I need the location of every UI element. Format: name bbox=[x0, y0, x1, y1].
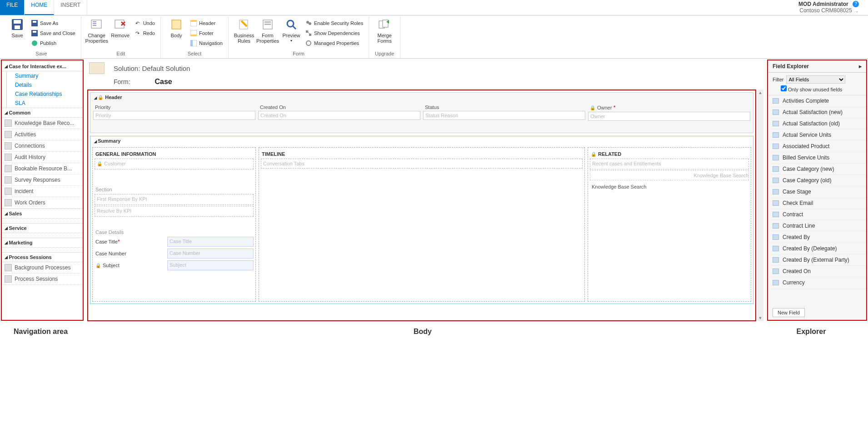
field-item[interactable]: Actual Satisfaction (new) bbox=[768, 107, 866, 118]
nav-item[interactable]: Knowledge Base Reco... bbox=[2, 118, 83, 129]
kpi1-field[interactable]: First Response By KPI bbox=[95, 194, 254, 205]
header-field-input[interactable]: Owner bbox=[588, 112, 750, 121]
svg-point-26 bbox=[306, 21, 309, 24]
field-item[interactable]: Activities Complete bbox=[768, 95, 866, 107]
change-properties-button[interactable]: Change Properties bbox=[85, 16, 109, 45]
nav-item[interactable]: Connections bbox=[2, 140, 83, 152]
nav-item-icon bbox=[5, 188, 12, 195]
summary-section-title[interactable]: Summary bbox=[90, 136, 753, 145]
field-item[interactable]: Actual Satisfaction (old) bbox=[768, 118, 866, 129]
header-field-input[interactable]: Priority bbox=[93, 111, 255, 120]
related-placeholder[interactable]: Recent cases and Entitlements bbox=[590, 159, 749, 169]
form-properties-button[interactable]: Form Properties bbox=[256, 16, 279, 45]
timeline-placeholder[interactable]: Conversation Tabs bbox=[261, 159, 583, 169]
field-item[interactable]: Created On bbox=[768, 266, 866, 277]
customer-field[interactable]: 🔒Customer bbox=[95, 159, 254, 169]
header-field-input[interactable]: Created On bbox=[258, 111, 420, 120]
enable-security-button[interactable]: Enable Security Roles bbox=[303, 18, 365, 28]
only-unused-checkbox[interactable] bbox=[781, 85, 787, 91]
nav-sales[interactable]: Sales bbox=[2, 209, 83, 219]
managed-properties-button[interactable]: Managed Properties bbox=[303, 38, 365, 48]
save-button[interactable]: Save bbox=[5, 16, 29, 40]
field-item[interactable]: Created By (Delegate) bbox=[768, 243, 866, 254]
merge-forms-button[interactable]: Merge Forms bbox=[373, 16, 396, 45]
field-item[interactable]: Associated Product bbox=[768, 141, 866, 152]
nav-item[interactable]: Activities bbox=[2, 129, 83, 140]
navigation-button[interactable]: Navigation bbox=[188, 38, 224, 48]
case-number-row[interactable]: Case Number Case Number bbox=[95, 249, 254, 259]
nav-item-icon bbox=[5, 154, 12, 161]
nav-service[interactable]: Service bbox=[2, 223, 83, 233]
lock-icon: 🔒 bbox=[590, 105, 595, 110]
field-item[interactable]: Case Category (new) bbox=[768, 164, 866, 175]
header-field-input[interactable]: Status Reason bbox=[423, 111, 585, 120]
field-item[interactable]: Contract bbox=[768, 209, 866, 220]
tab-insert[interactable]: INSERT bbox=[54, 0, 87, 15]
field-item[interactable]: Created By bbox=[768, 232, 866, 243]
field-item[interactable]: Created By (External Party) bbox=[768, 254, 866, 266]
field-item[interactable]: Actual Service Units bbox=[768, 129, 866, 141]
nav-process[interactable]: Process Sessions bbox=[2, 252, 83, 262]
header-field[interactable]: StatusStatus Reason bbox=[423, 104, 585, 121]
publish-button[interactable]: Publish bbox=[29, 38, 77, 48]
header-button[interactable]: Header bbox=[188, 18, 224, 28]
help-icon[interactable]: ? bbox=[853, 1, 859, 7]
nav-common[interactable]: Common bbox=[2, 108, 83, 118]
header-field[interactable]: Created OnCreated On bbox=[258, 104, 420, 121]
save-as-icon bbox=[31, 20, 38, 27]
nav-item[interactable]: Process Sessions bbox=[2, 274, 83, 285]
related-column[interactable]: 🔒RELATED Recent cases and Entitlements K… bbox=[588, 147, 751, 302]
body-button[interactable]: Body bbox=[165, 16, 188, 40]
nav-link[interactable]: SLA bbox=[6, 99, 83, 108]
subject-row[interactable]: 🔒Subject Subject bbox=[95, 260, 254, 270]
save-as-button[interactable]: Save As bbox=[29, 18, 77, 28]
field-item[interactable]: Currency bbox=[768, 277, 866, 289]
subject-input[interactable]: Subject bbox=[167, 260, 254, 270]
filter-select[interactable]: All Fields bbox=[786, 75, 845, 84]
nav-item[interactable]: Bookable Resource B... bbox=[2, 163, 83, 174]
timeline-column[interactable]: TIMELINE Conversation Tabs bbox=[259, 147, 585, 302]
nav-item-icon bbox=[5, 199, 12, 206]
nav-link[interactable]: Case Relationships bbox=[6, 90, 83, 99]
save-close-icon bbox=[31, 30, 38, 37]
tab-file[interactable]: FILE bbox=[0, 0, 25, 15]
save-close-button[interactable]: Save and Close bbox=[29, 28, 77, 38]
new-field-button[interactable]: New Field bbox=[773, 308, 805, 317]
field-item[interactable]: Billed Service Units bbox=[768, 152, 866, 164]
nav-link[interactable]: Summary bbox=[6, 71, 83, 80]
explorer-collapse-icon[interactable]: ▸ bbox=[859, 63, 862, 70]
body-scrollbar[interactable]: ▲▼ bbox=[757, 90, 763, 321]
nav-marketing[interactable]: Marketing bbox=[2, 238, 83, 248]
preview-button[interactable]: Preview▾ bbox=[279, 16, 303, 45]
field-item[interactable]: Contract Line bbox=[768, 220, 866, 232]
kpi2-field[interactable]: Resolve By KPI bbox=[95, 206, 254, 217]
header-field[interactable]: 🔒Owner *Owner bbox=[588, 104, 750, 121]
nav-item[interactable]: Background Processes bbox=[2, 262, 83, 274]
field-item[interactable]: Case Category (old) bbox=[768, 175, 866, 186]
header-section[interactable]: 🔒Header PriorityPriorityCreated OnCreate… bbox=[90, 92, 753, 133]
remove-button[interactable]: Remove bbox=[109, 16, 132, 40]
nav-item[interactable]: incident bbox=[2, 186, 83, 197]
field-item[interactable]: Check Email bbox=[768, 198, 866, 209]
redo-button[interactable]: ↷Redo bbox=[132, 28, 157, 38]
org-chevron-icon[interactable]: ⌄ bbox=[855, 8, 859, 14]
header-field[interactable]: PriorityPriority bbox=[93, 104, 255, 121]
header-section-title: Header bbox=[105, 95, 122, 100]
svg-rect-28 bbox=[306, 30, 308, 33]
nav-item[interactable]: Work Orders bbox=[2, 197, 83, 209]
general-info-column[interactable]: GENERAL INFORMATION 🔒Customer Section Fi… bbox=[92, 147, 256, 302]
case-number-input[interactable]: Case Number bbox=[167, 249, 254, 259]
nav-item[interactable]: Survey Responses bbox=[2, 174, 83, 186]
undo-button[interactable]: ↶Undo bbox=[132, 18, 157, 28]
business-rules-button[interactable]: Business Rules bbox=[232, 16, 256, 45]
case-title-row[interactable]: Case Title* Case Title bbox=[95, 237, 254, 247]
footer-button[interactable]: Footer bbox=[188, 28, 224, 38]
tab-home[interactable]: HOME bbox=[25, 0, 54, 15]
case-title-input[interactable]: Case Title bbox=[167, 237, 254, 247]
field-item[interactable]: Case Stage bbox=[768, 186, 866, 198]
nav-root[interactable]: Case for Interactive ex... bbox=[2, 61, 83, 71]
org-name: Contoso CRM808025 bbox=[799, 7, 852, 14]
show-dependencies-button[interactable]: Show Dependencies bbox=[303, 28, 365, 38]
nav-link[interactable]: Details bbox=[6, 80, 83, 90]
nav-item[interactable]: Audit History bbox=[2, 152, 83, 163]
